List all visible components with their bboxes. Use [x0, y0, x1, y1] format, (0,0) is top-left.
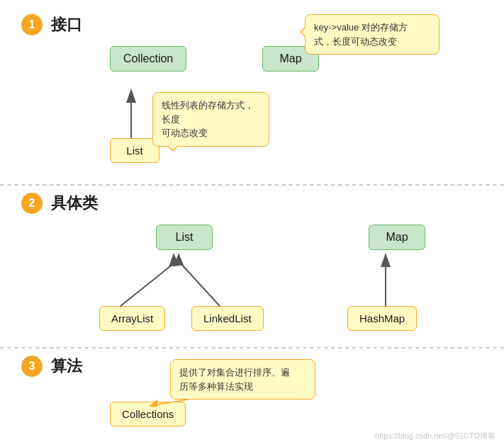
svg-marker-1: [126, 89, 136, 103]
section1: 1 接口 Collection Map List 线性列表的存储方式，长度 可动…: [0, 0, 504, 184]
bubble-map-desc: key->value 对的存储方 式，长度可动态改变: [305, 14, 439, 55]
svg-line-2: [121, 264, 174, 306]
bubble-list-desc: 线性列表的存储方式，长度 可动态改变: [152, 92, 269, 147]
svg-marker-9: [149, 400, 157, 407]
arrows-s2: [0, 186, 504, 349]
svg-marker-7: [381, 253, 391, 267]
main-container: 1 接口 Collection Map List 线性列表的存储方式，长度 可动…: [0, 0, 504, 447]
svg-line-8: [152, 400, 188, 405]
watermark: https://blog.csdn.net/@51CTO博客: [375, 431, 495, 441]
section2: 2 具体类 List Map ArrayList LinkedList Hash…: [0, 184, 504, 347]
svg-line-4: [181, 264, 220, 306]
